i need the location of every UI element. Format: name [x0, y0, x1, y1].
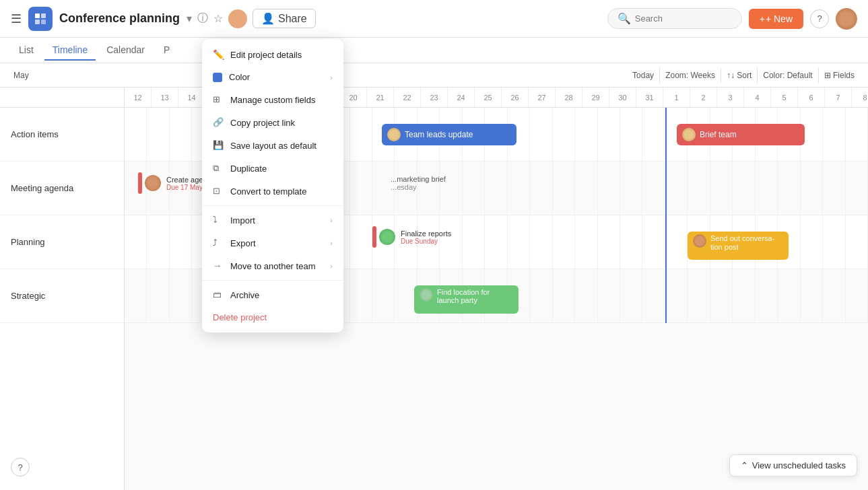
export-arrow-icon: ›	[330, 239, 333, 247]
grid-col-4	[642, 215, 665, 269]
grid-col-31	[553, 108, 575, 161]
svg-rect-2	[35, 20, 40, 24]
grid-col-1	[575, 215, 597, 269]
info-icon[interactable]: ⓘ	[197, 11, 208, 26]
zoom-button[interactable]: Zoom: Weeks	[659, 68, 721, 83]
grid-col-5	[665, 162, 688, 215]
today-button[interactable]: Today	[627, 68, 659, 83]
menu-convert-template[interactable]: ⊡ Convert to template	[202, 180, 343, 203]
menu-custom-fields[interactable]: ⊞ Manage custom fields	[202, 88, 343, 111]
fields-button[interactable]: ⊞ Fields	[818, 68, 860, 83]
sort-button[interactable]: ↑↓ Sort	[721, 68, 757, 83]
tab-p[interactable]: P	[156, 40, 178, 61]
move-icon: →	[213, 260, 224, 271]
grid-col-7	[710, 269, 733, 322]
date-cell-3: 3	[717, 88, 744, 107]
row-labels: Action items Meeting agenda Planning Str…	[0, 88, 125, 490]
grid-col-31	[553, 162, 575, 215]
grid-col-27	[463, 162, 485, 215]
grid-col-12	[125, 269, 147, 322]
grid-col-27	[463, 215, 485, 269]
grid-col-31	[553, 215, 575, 269]
dropdown-icon[interactable]: ▾	[187, 12, 192, 25]
grid-col-2	[598, 215, 620, 269]
header: ☰ Conference planning ▾ ⓘ ☆ 👤 Share 🔍 + …	[0, 0, 868, 38]
menu-delete-project[interactable]: Delete project	[202, 306, 343, 328]
grid-col-2	[598, 162, 620, 215]
date-cell-1: 1	[663, 88, 690, 107]
find-location-avatar	[420, 288, 433, 302]
task-bar-brief-team[interactable]: Brief team	[677, 124, 805, 145]
svg-rect-0	[35, 13, 40, 18]
date-cell-30: 30	[609, 88, 636, 107]
task-dot-finalize[interactable]: Finalize reports Due Sunday	[372, 226, 451, 248]
menu-export[interactable]: ⤴ Export ›	[202, 232, 343, 254]
grid-col-3	[620, 269, 642, 322]
tab-timeline[interactable]: Timeline	[44, 40, 96, 61]
grid-col-11	[801, 162, 823, 215]
import-arrow-icon: ›	[330, 216, 333, 224]
grid-col-8	[733, 162, 755, 215]
menu-save-layout[interactable]: 💾 Save layout as default	[202, 134, 343, 157]
row-label-meeting-agenda: Meeting agenda	[0, 162, 124, 215]
grid-col-3	[620, 162, 642, 215]
nav-tabs: List Timeline Calendar P	[0, 38, 868, 63]
send-out-avatar	[693, 234, 706, 248]
finalize-dot-indicator	[372, 226, 376, 248]
row-label-action-items: Action items	[0, 108, 124, 162]
grid-col-1	[575, 108, 597, 161]
menu-move-team[interactable]: → Move to another team ›	[202, 254, 343, 277]
grid-col-8	[733, 269, 755, 322]
grid-col-28	[485, 215, 507, 269]
grid-col-12	[125, 215, 147, 269]
bottom-help-icon[interactable]: ?	[11, 458, 30, 477]
help-icon[interactable]: ?	[810, 9, 829, 28]
menu-color[interactable]: Color ›	[202, 66, 343, 88]
grid-col-6	[688, 269, 710, 322]
date-cell-13: 13	[152, 88, 178, 107]
grid-col-11	[801, 215, 823, 269]
star-icon[interactable]: ☆	[213, 12, 223, 25]
tab-list[interactable]: List	[11, 40, 42, 61]
task-bar-send-out[interactable]: Send out conversa-tion post	[688, 232, 789, 260]
date-cell-23: 23	[421, 88, 448, 107]
color-button[interactable]: Color: Default	[757, 68, 817, 83]
date-cell-6: 6	[798, 88, 825, 107]
new-button[interactable]: + + New	[749, 9, 803, 29]
task-bar-find-location[interactable]: Find location forlaunch party	[414, 285, 519, 314]
agenda-avatar	[145, 175, 161, 191]
dot-indicator	[138, 172, 142, 194]
date-cell-5: 5	[771, 88, 798, 107]
grid-col-1	[575, 162, 597, 215]
search-input[interactable]	[635, 13, 729, 24]
date-cell-8: 8	[852, 88, 868, 107]
grid-col-30	[530, 269, 552, 322]
share-button[interactable]: 👤 Share	[253, 9, 316, 28]
grid-col-11	[801, 269, 823, 322]
export-icon: ⤴	[213, 238, 224, 248]
grid-col-22	[350, 215, 372, 269]
task-bar-team-leads[interactable]: Team leads update	[382, 124, 516, 145]
grid-col-14	[170, 269, 192, 322]
grid-col-3	[620, 108, 642, 161]
task-dot-create-agenda[interactable]: Create age... Due 17 May	[138, 172, 209, 194]
hamburger-icon[interactable]: ☰	[11, 11, 22, 26]
view-unscheduled-button[interactable]: ⌃ View unscheduled tasks	[729, 454, 857, 477]
menu-duplicate[interactable]: ⧉ Duplicate	[202, 157, 343, 180]
row-label-strategic: Strategic	[0, 269, 124, 323]
menu-import[interactable]: ⤵ Import ›	[202, 209, 343, 232]
date-cell-29: 29	[582, 88, 609, 107]
team-leads-avatar	[387, 128, 401, 141]
svg-rect-3	[41, 20, 46, 24]
grid-col-4	[642, 162, 665, 215]
template-icon: ⊡	[213, 186, 224, 197]
archive-icon: 🗃	[213, 289, 224, 300]
menu-archive[interactable]: 🗃 Archive	[202, 283, 343, 306]
date-cell-2: 2	[690, 88, 717, 107]
tab-calendar[interactable]: Calendar	[98, 40, 153, 61]
menu-copy-link[interactable]: 🔗 Copy project link	[202, 111, 343, 134]
user-avatar-main[interactable]	[836, 8, 857, 30]
grid-col-14	[170, 108, 192, 161]
menu-edit-project[interactable]: ✏️ Edit project details	[202, 43, 343, 66]
grid-col-3	[620, 215, 642, 269]
